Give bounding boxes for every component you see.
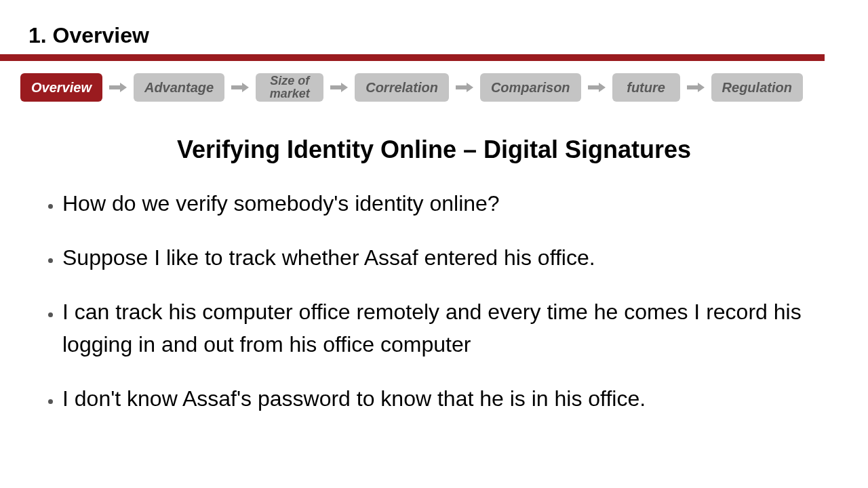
bullet-item: How do we verify somebody's identity onl… (62, 187, 835, 220)
bullet-item: I can track his computer office remotely… (62, 296, 835, 361)
breadcrumb-nav: OverviewAdvantageSize ofmarketCorrelatio… (20, 73, 803, 102)
slide: 1. Overview OverviewAdvantageSize ofmark… (0, 0, 868, 488)
breadcrumb-item-future[interactable]: future (612, 73, 680, 102)
breadcrumb-item-overview[interactable]: Overview (20, 73, 102, 102)
accent-bar (0, 54, 825, 61)
arrow-icon (456, 83, 473, 92)
breadcrumb-item-correlation[interactable]: Correlation (355, 73, 449, 102)
arrow-icon (588, 83, 606, 92)
section-title: 1. Overview (28, 23, 149, 48)
arrow-icon (330, 83, 348, 92)
bullet-item: Suppose I like to track whether Assaf en… (62, 241, 835, 274)
arrow-icon (109, 83, 127, 92)
bullet-item: I don't know Assaf's password to know th… (62, 382, 835, 415)
breadcrumb-item-size-of-market[interactable]: Size ofmarket (256, 73, 323, 102)
bullet-list: How do we verify somebody's identity onl… (27, 187, 835, 436)
content-title: Verifying Identity Online – Digital Sign… (0, 136, 868, 164)
breadcrumb-item-advantage[interactable]: Advantage (134, 73, 224, 102)
arrow-icon (231, 83, 249, 92)
arrow-icon (687, 83, 705, 92)
breadcrumb-item-comparison[interactable]: Comparison (480, 73, 581, 102)
breadcrumb-item-regulation[interactable]: Regulation (711, 73, 803, 102)
